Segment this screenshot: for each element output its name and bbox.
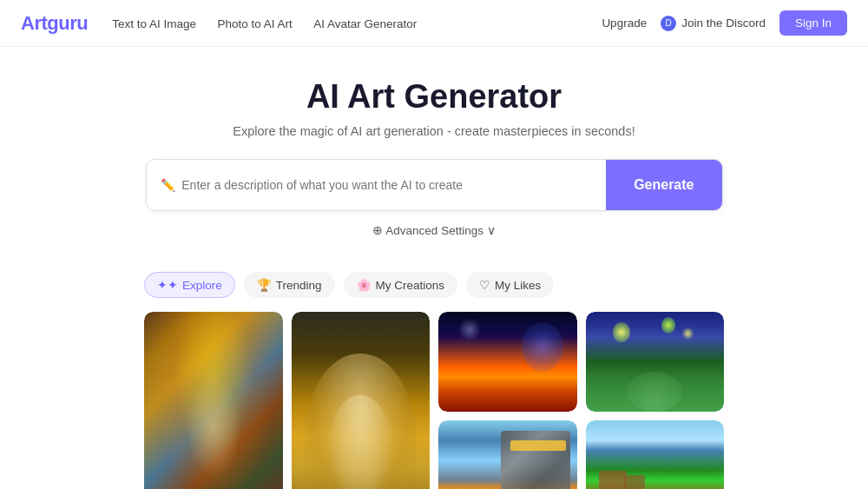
my-likes-icon: ♡ [479, 278, 490, 292]
gallery-item-scifi-machine[interactable] [438, 420, 577, 489]
image-scifi-machine [438, 420, 577, 489]
tab-trending[interactable]: 🏆 Trending [244, 272, 335, 298]
gallery-item-ornate-woman[interactable] [144, 312, 283, 489]
tab-explore-label: Explore [182, 279, 222, 292]
trending-icon: 🏆 [257, 278, 272, 292]
image-starry-hills [586, 312, 725, 412]
hero-title: AI Art Generator [17, 78, 851, 116]
discord-button[interactable]: D Join the Discord [661, 16, 766, 31]
image-village [586, 420, 725, 489]
tab-my-creations[interactable]: 🌸 My Creations [344, 272, 458, 298]
tab-my-creations-label: My Creations [376, 279, 445, 292]
discord-icon: D [661, 16, 676, 31]
gallery [0, 312, 868, 489]
advanced-settings-toggle[interactable]: ⊕ Advanced Settings ∨ [17, 223, 851, 237]
gallery-item-starry-hills[interactable] [586, 312, 725, 412]
tab-my-likes[interactable]: ♡ My Likes [466, 272, 554, 298]
tab-explore[interactable]: ✦✦ Explore [144, 272, 235, 298]
my-creations-icon: 🌸 [357, 278, 372, 292]
header-left: Artguru Text to AI Image Photo to AI Art… [21, 12, 417, 35]
nav: Text to AI Image Photo to AI Art AI Avat… [112, 16, 417, 31]
discord-label: Join the Discord [681, 17, 766, 30]
tab-trending-label: Trending [276, 279, 322, 292]
hero-section: AI Art Generator Explore the magic of AI… [0, 47, 868, 272]
gallery-item-blonde-woman[interactable] [292, 312, 431, 489]
nav-text-to-image[interactable]: Text to AI Image [112, 17, 196, 30]
prompt-input-area: Generate [146, 159, 723, 211]
header-right: Upgrade D Join the Discord Sign In [602, 10, 847, 36]
logo[interactable]: Artguru [21, 12, 88, 35]
image-ornate-woman [144, 312, 283, 489]
header: Artguru Text to AI Image Photo to AI Art… [0, 0, 868, 47]
nav-ai-avatar[interactable]: AI Avatar Generator [313, 17, 417, 30]
nav-photo-to-art[interactable]: Photo to AI Art [217, 17, 292, 30]
image-space-sunset [438, 312, 577, 412]
image-blonde-woman [292, 312, 431, 489]
logo-text: Artguru [21, 12, 88, 34]
prompt-input[interactable] [147, 161, 607, 209]
hero-subtitle: Explore the magic of AI art generation -… [17, 124, 851, 138]
upgrade-button[interactable]: Upgrade [602, 17, 647, 30]
filter-tabs: ✦✦ Explore 🏆 Trending 🌸 My Creations ♡ M… [0, 272, 868, 312]
signin-button[interactable]: Sign In [779, 10, 847, 36]
tab-my-likes-label: My Likes [495, 279, 541, 292]
explore-icon: ✦✦ [157, 278, 178, 292]
generate-button[interactable]: Generate [606, 160, 721, 210]
gallery-item-village[interactable] [586, 420, 725, 489]
gallery-item-space-sunset[interactable] [438, 312, 577, 412]
